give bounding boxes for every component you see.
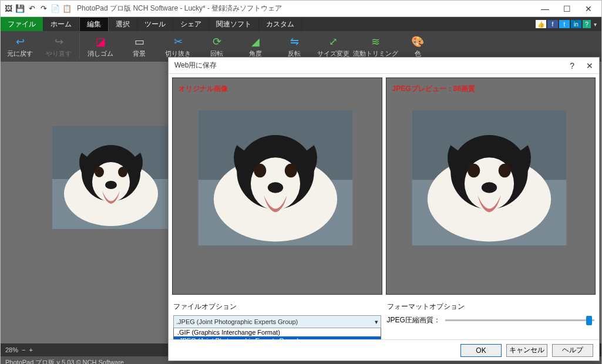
svg-point-5: [95, 167, 104, 177]
jpeg-preview: JPEGプレビュー：88画質: [386, 77, 596, 295]
facebook-icon[interactable]: f: [547, 20, 558, 28]
canvas-image: [52, 126, 170, 229]
resize-icon: ⤢: [329, 35, 338, 48]
tool-eraser[interactable]: ◪消しゴム: [81, 31, 120, 62]
flip-icon: ⇋: [290, 35, 299, 48]
app-title: PhotoPad プロ版 NCH Software - Lucky* - 登録済…: [77, 4, 282, 14]
separator: [79, 33, 80, 59]
svg-point-14: [285, 164, 297, 178]
original-preview: オリジナル画像: [172, 77, 382, 295]
eraser-icon: ◪: [96, 35, 106, 48]
dialog-title: Web用に保存: [174, 60, 217, 70]
dialog-close-button[interactable]: ✕: [586, 61, 593, 70]
minimize-button[interactable]: —: [541, 4, 549, 14]
liquid-icon: ≋: [371, 35, 380, 48]
format-dropdown-list: .GIF (Graphics Interchange Format) .JPEG…: [173, 328, 381, 339]
like-icon[interactable]: 👍: [536, 20, 546, 28]
dialog-titlebar: Web用に保存 ? ✕: [169, 58, 599, 74]
dog-image: [52, 126, 170, 229]
help-dropdown-icon[interactable]: ▾: [592, 20, 598, 28]
svg-point-13: [254, 164, 266, 178]
original-caption: オリジナル画像: [179, 84, 376, 94]
svg-point-23: [481, 182, 496, 193]
tab-related[interactable]: 関連ソフト: [209, 17, 259, 31]
svg-point-7: [105, 181, 117, 189]
original-image: [184, 110, 366, 245]
save-for-web-dialog: Web用に保存 ? ✕ オリジナル画像 ファイルオプション .JPEG (Joi…: [168, 57, 600, 361]
format-select[interactable]: .JPEG (Joint Photographic Experts Group)…: [173, 315, 381, 328]
color-icon: 🎨: [411, 35, 424, 48]
quick-access-toolbar: 🖼 💾 ↶ ↷ 📄 📋: [3, 4, 72, 14]
help-icon[interactable]: ?: [583, 20, 591, 28]
tab-select[interactable]: 選択: [109, 17, 137, 31]
tool-label: 消しゴム: [88, 49, 113, 58]
linkedin-icon[interactable]: in: [571, 20, 581, 28]
file-options-label: ファイルオプション: [173, 302, 381, 312]
close-button[interactable]: ✕: [585, 4, 592, 14]
dialog-buttons: OK キャンセル ヘルプ: [169, 339, 599, 360]
titlebar: 🖼 💾 ↶ ↷ 📄 📋 PhotoPad プロ版 NCH Software - …: [1, 1, 601, 17]
redo-tool-icon: ↪: [55, 35, 63, 48]
svg-point-22: [498, 164, 510, 178]
zoom-level: 28%: [5, 346, 18, 353]
crop-icon: ✂: [174, 35, 183, 48]
tab-tools[interactable]: ツール: [137, 17, 173, 31]
twitter-icon[interactable]: t: [559, 20, 570, 28]
window-controls: — ☐ ✕: [541, 4, 599, 14]
undo-icon[interactable]: ↶: [26, 4, 37, 14]
zoom-out-button[interactable]: −: [22, 346, 25, 353]
jpeg-preview-caption: JPEGプレビュー：88画質: [392, 84, 590, 94]
tab-file[interactable]: ファイル: [1, 17, 43, 31]
quality-slider[interactable]: [445, 319, 594, 321]
dialog-help-button[interactable]: ?: [570, 61, 574, 70]
format-options-label: フォーマットオプション: [387, 302, 595, 312]
angle-icon: ◢: [251, 35, 260, 48]
quality-slider-thumb[interactable]: [586, 316, 592, 325]
tab-share[interactable]: シェア: [173, 17, 209, 31]
quality-row: JPEG圧縮画質：: [387, 315, 595, 325]
tool-redo[interactable]: ↪やり直す: [39, 31, 78, 62]
menubar: ファイル ホーム 編集 選択 ツール シェア 関連ソフト カスタム 👍 f t …: [1, 17, 601, 31]
tool-label: 背景: [133, 49, 146, 58]
help-button[interactable]: ヘルプ: [552, 344, 593, 357]
copy-icon[interactable]: 📄: [50, 4, 60, 14]
format-option-gif[interactable]: .GIF (Graphics Interchange Format): [174, 328, 381, 336]
tool-background[interactable]: ▭背景: [120, 31, 159, 62]
cancel-button[interactable]: キャンセル: [506, 344, 547, 357]
quality-label: JPEG圧縮画質：: [387, 315, 440, 325]
redo-icon[interactable]: ↷: [38, 4, 49, 14]
tool-undo[interactable]: ↩元に戻す: [1, 31, 39, 62]
left-panel: オリジナル画像 ファイルオプション .JPEG (Joint Photograp…: [172, 77, 382, 336]
rotate-icon: ⟳: [213, 35, 221, 48]
background-icon: ▭: [134, 35, 144, 48]
zoom-in-button[interactable]: +: [29, 346, 32, 353]
tab-custom[interactable]: カスタム: [259, 17, 302, 31]
tab-edit[interactable]: 編集: [79, 17, 109, 31]
format-select-value: .JPEG (Joint Photographic Experts Group): [176, 318, 298, 325]
tool-label: やり直す: [46, 49, 72, 58]
paste-icon[interactable]: 📋: [62, 4, 72, 14]
jpeg-preview-image: [398, 110, 580, 245]
maximize-button[interactable]: ☐: [563, 4, 571, 14]
tool-label: 元に戻す: [7, 49, 33, 58]
social-icons: 👍 f t in ? ▾: [536, 17, 601, 31]
tab-home[interactable]: ホーム: [43, 17, 79, 31]
save-icon[interactable]: 💾: [15, 4, 25, 14]
ok-button[interactable]: OK: [460, 344, 502, 357]
svg-point-21: [468, 164, 480, 178]
file-options-group: ファイルオプション .JPEG (Joint Photographic Expe…: [172, 299, 382, 339]
version-label: PhotoPad プロ版 v 5.03 © NCH Software: [5, 358, 124, 365]
format-options-group: フォーマットオプション JPEG圧縮画質：: [386, 299, 596, 328]
undo-tool-icon: ↩: [16, 35, 25, 48]
app-icon: 🖼: [3, 4, 14, 14]
svg-point-15: [268, 182, 283, 193]
svg-point-6: [118, 167, 127, 177]
right-panel: JPEGプレビュー：88画質 フォーマットオプション JPEG圧縮画質：: [386, 77, 596, 336]
chevron-down-icon: ▾: [375, 318, 378, 326]
